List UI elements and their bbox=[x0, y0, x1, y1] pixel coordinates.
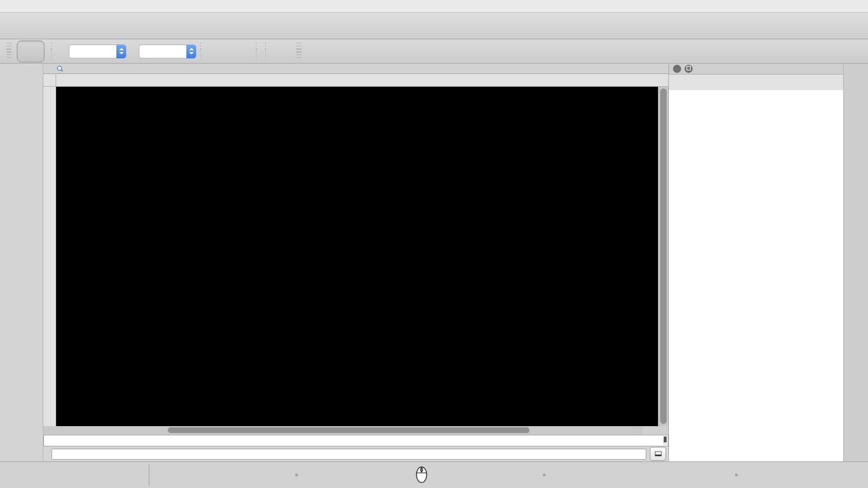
horizontal-ruler bbox=[56, 74, 658, 87]
layer-panel-toolbar bbox=[669, 75, 843, 90]
undo-orange-button[interactable] bbox=[270, 40, 293, 63]
status-dot bbox=[543, 474, 546, 476]
paste-mode-button[interactable] bbox=[17, 40, 45, 62]
status-dot bbox=[735, 474, 738, 476]
toolbar-separator bbox=[265, 43, 266, 60]
rotation-spinner[interactable] bbox=[69, 45, 126, 58]
position-input[interactable] bbox=[52, 449, 646, 460]
layer-list-panel bbox=[668, 64, 843, 461]
panel-float-icon[interactable] bbox=[685, 65, 693, 73]
toolbar-separator bbox=[200, 43, 201, 60]
status-bar bbox=[0, 461, 868, 488]
ruler-cap bbox=[658, 74, 668, 87]
toolbar-drag-handle[interactable] bbox=[296, 43, 301, 60]
paste-options-toolbar bbox=[0, 39, 868, 64]
librecad-window bbox=[0, 0, 868, 488]
layer-list bbox=[669, 90, 843, 461]
scaling-stepper[interactable] bbox=[186, 45, 196, 58]
mouse-icon bbox=[414, 464, 429, 486]
layer-panel-header bbox=[669, 64, 843, 75]
document-tab-bar bbox=[43, 64, 668, 74]
flip-vertical-button[interactable] bbox=[229, 40, 252, 63]
vertical-ruler bbox=[43, 87, 56, 426]
command-window-button[interactable] bbox=[650, 447, 666, 461]
panel-close-icon[interactable] bbox=[673, 65, 681, 73]
ruler-corner bbox=[43, 74, 56, 87]
canvas-horizontal-scrollbar[interactable] bbox=[43, 426, 642, 435]
toolbar-separator bbox=[51, 43, 52, 60]
status-dot bbox=[295, 474, 298, 476]
toolbar-drag-handle[interactable] bbox=[6, 43, 12, 60]
menu-bar bbox=[0, 0, 868, 13]
zoom-indicator bbox=[642, 426, 668, 435]
snap-tool-palette bbox=[0, 64, 43, 461]
horizontal-scroll-thumb[interactable] bbox=[168, 427, 529, 433]
canvas-vertical-scrollbar[interactable] bbox=[658, 87, 668, 426]
drawing-canvas[interactable] bbox=[56, 87, 658, 426]
command-scrollbar[interactable] bbox=[663, 436, 667, 445]
command-input-row bbox=[43, 446, 668, 461]
command-history[interactable] bbox=[43, 435, 668, 446]
rotation-stepper[interactable] bbox=[116, 45, 126, 58]
flip-horizontal-button[interactable] bbox=[205, 40, 229, 63]
vertical-scroll-thumb[interactable] bbox=[660, 88, 667, 424]
status-separator bbox=[149, 464, 149, 486]
tab-document-icon bbox=[56, 65, 64, 74]
toolbar-separator bbox=[256, 43, 257, 60]
scaling-spinner[interactable] bbox=[139, 45, 196, 58]
document-area bbox=[43, 64, 668, 461]
rotation-value[interactable] bbox=[69, 45, 116, 58]
scaling-value[interactable] bbox=[139, 45, 186, 58]
dock-widget-strip bbox=[843, 64, 868, 461]
main-toolbar bbox=[0, 13, 868, 39]
keyboard-icon bbox=[653, 450, 663, 459]
